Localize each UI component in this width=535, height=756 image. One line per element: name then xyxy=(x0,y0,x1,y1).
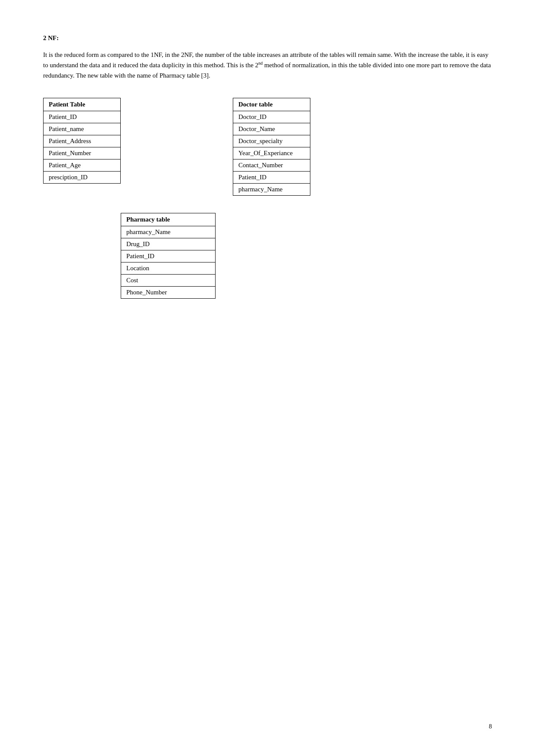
table-row: Location xyxy=(121,262,215,275)
superscript-nd: nd xyxy=(258,61,263,66)
table-row: pharmacy_Name xyxy=(121,226,215,238)
table-row: Doctor_Name xyxy=(233,123,310,135)
pharmacy-table: Pharmacy table pharmacy_Name Drug_ID Pat… xyxy=(121,213,216,299)
table-row: Contact_Number xyxy=(233,159,310,172)
table-row: Doctor_ID xyxy=(233,111,310,123)
body-paragraph: It is the reduced form as compared to th… xyxy=(43,50,492,81)
page-number: 8 xyxy=(489,723,492,730)
table-row: Patient_name xyxy=(44,123,120,135)
patient-table-header: Patient Table xyxy=(44,98,120,111)
table-row: Doctor_specialty xyxy=(233,135,310,147)
table-row: presciption_ID xyxy=(44,172,120,183)
table-row: Year_Of_Experiance xyxy=(233,147,310,159)
doctor-table-header: Doctor table xyxy=(233,98,310,111)
patient-table: Patient Table Patient_ID Patient_name Pa… xyxy=(43,98,121,184)
table-row: Patient_Address xyxy=(44,135,120,147)
table-row: Patient_ID xyxy=(44,111,120,123)
tables-row-1: Patient Table Patient_ID Patient_name Pa… xyxy=(43,98,492,196)
tables-row-2: Pharmacy table pharmacy_Name Drug_ID Pat… xyxy=(121,213,492,299)
page: 2 NF: It is the reduced form as compared… xyxy=(0,0,535,756)
pharmacy-table-header: Pharmacy table xyxy=(121,213,215,226)
tables-section: Patient Table Patient_ID Patient_name Pa… xyxy=(43,98,492,299)
table-row: Patient_ID xyxy=(121,250,215,262)
table-row: pharmacy_Name xyxy=(233,184,310,195)
doctor-table: Doctor table Doctor_ID Doctor_Name Docto… xyxy=(233,98,310,196)
doctor-table-wrapper: Doctor table Doctor_ID Doctor_Name Docto… xyxy=(233,98,310,196)
table-row: Phone_Number xyxy=(121,287,215,298)
table-row: Patient_ID xyxy=(233,172,310,184)
table-row: Patient_Number xyxy=(44,147,120,159)
table-row: Drug_ID xyxy=(121,238,215,250)
section-heading: 2 NF: xyxy=(43,34,492,42)
table-row: Cost xyxy=(121,275,215,287)
table-row: Patient_Age xyxy=(44,159,120,172)
